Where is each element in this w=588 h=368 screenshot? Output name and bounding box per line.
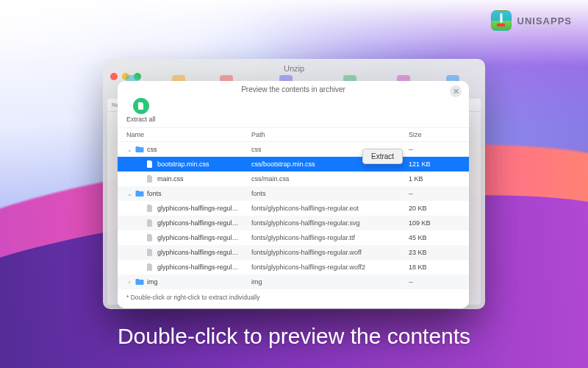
table-row[interactable]: main.csscss/main.css1 KB — [118, 171, 469, 186]
name-cell: ›img — [126, 277, 251, 286]
file-path: fonts/glyphicons-halflings-regular.woff2 — [251, 263, 409, 271]
dialog-toolbar: Extract all — [118, 96, 469, 127]
extract-all-button[interactable] — [133, 98, 149, 114]
file-name: glyphicons-halflings-regul… — [157, 234, 239, 241]
table-row[interactable]: ⌄csscss-- — [118, 142, 469, 157]
name-cell: main.css — [126, 174, 251, 183]
file-icon — [146, 174, 154, 183]
svg-rect-2 — [136, 191, 144, 197]
file-path: img — [251, 278, 409, 286]
table-row[interactable]: bootstrap.min.csscss/bootstrap.min.css12… — [118, 157, 469, 171]
file-name: img — [147, 278, 158, 286]
folder-icon — [135, 145, 144, 154]
column-header-path[interactable]: Path — [251, 131, 409, 138]
close-icon: ✕ — [453, 88, 459, 96]
name-cell: glyphicons-halflings-regul… — [126, 204, 251, 213]
table-row[interactable]: ›imgimg-- — [118, 275, 469, 289]
file-name: fonts — [147, 190, 162, 197]
file-size: -- — [409, 278, 460, 286]
svg-rect-5 — [136, 279, 140, 280]
table-row[interactable]: ⌄fontsfonts-- — [118, 186, 469, 201]
file-size: 18 KB — [409, 263, 460, 271]
file-path: fonts/glyphicons-halflings-regular.woff — [251, 249, 409, 256]
file-size: 1 KB — [409, 175, 460, 183]
folder-icon — [135, 189, 144, 198]
brand-logo-icon — [491, 10, 512, 31]
file-path: fonts/glyphicons-halflings-regular.ttf — [251, 234, 409, 241]
file-name: glyphicons-halflings-regul… — [157, 219, 239, 227]
folder-icon — [135, 277, 144, 286]
table-row[interactable]: glyphicons-halflings-regul…fonts/glyphic… — [118, 230, 469, 245]
file-icon — [146, 204, 154, 213]
file-icon — [146, 219, 154, 227]
file-name: glyphicons-halflings-regul… — [157, 205, 239, 212]
file-path: fonts/glyphicons-halflings-regular.svg — [251, 219, 409, 227]
file-name: glyphicons-halflings-regul… — [157, 263, 239, 271]
file-out-icon — [137, 102, 146, 110]
footer-note: * Double-click or right-click to extract… — [118, 289, 469, 308]
chevron-down-icon[interactable]: ⌄ — [126, 191, 132, 197]
file-size: 121 KB — [409, 160, 460, 168]
file-icon — [146, 233, 154, 242]
tagline: Double-click to preview the contents — [0, 324, 588, 349]
file-name: glyphicons-halflings-regul… — [157, 249, 239, 256]
file-name: main.css — [157, 175, 184, 183]
file-size: 45 KB — [409, 234, 460, 241]
file-icon — [146, 248, 154, 257]
name-cell: glyphicons-halflings-regul… — [126, 263, 251, 272]
table-body: ⌄csscss--bootstrap.min.csscss/bootstrap.… — [118, 142, 469, 289]
chevron-right-icon[interactable]: › — [126, 279, 132, 286]
file-path: css/main.css — [251, 175, 409, 183]
file-size: 23 KB — [409, 249, 460, 256]
dialog-title-text: Preview the contents in archiver — [241, 85, 345, 93]
chevron-down-icon[interactable]: ⌄ — [126, 146, 132, 153]
file-path: fonts/glyphicons-halflings-regular.eot — [251, 205, 409, 212]
table-row[interactable]: glyphicons-halflings-regul…fonts/glyphic… — [118, 245, 469, 260]
svg-rect-3 — [136, 191, 140, 192]
file-size: -- — [409, 146, 460, 153]
file-path: fonts — [251, 190, 409, 197]
table-row[interactable]: glyphicons-halflings-regul…fonts/glyphic… — [118, 201, 469, 216]
file-size: 20 KB — [409, 205, 460, 212]
column-header-size[interactable]: Size — [409, 131, 460, 138]
name-cell: glyphicons-halflings-regul… — [126, 219, 251, 227]
name-cell: glyphicons-halflings-regul… — [126, 248, 251, 257]
name-cell: bootstrap.min.css — [126, 160, 251, 169]
brand: UNISAPPS — [491, 10, 572, 31]
file-icon — [146, 263, 154, 272]
dialog-title: Preview the contents in archiver ✕ — [118, 81, 469, 96]
extract-all-label: Extract all — [126, 116, 156, 123]
file-size: 109 KB — [409, 219, 460, 227]
file-size: -- — [409, 190, 460, 197]
table-row[interactable]: glyphicons-halflings-regul…fonts/glyphic… — [118, 216, 469, 230]
svg-rect-0 — [136, 147, 144, 152]
window-title: Unzip — [103, 64, 485, 73]
context-menu-item-extract[interactable]: Extract — [371, 152, 394, 160]
file-icon — [146, 160, 154, 169]
name-cell: ⌄css — [126, 145, 251, 154]
column-header-name[interactable]: Name — [126, 131, 251, 138]
name-cell: glyphicons-halflings-regul… — [126, 233, 251, 242]
name-cell: ⌄fonts — [126, 189, 251, 198]
table-header: Name Path Size — [118, 127, 469, 142]
file-name: css — [147, 146, 157, 153]
table-row[interactable]: glyphicons-halflings-regul…fonts/glyphic… — [118, 260, 469, 275]
file-name: bootstrap.min.css — [157, 160, 209, 168]
brand-name: UNISAPPS — [517, 15, 572, 26]
svg-rect-1 — [136, 146, 140, 148]
context-menu[interactable]: Extract — [362, 149, 403, 164]
close-button[interactable]: ✕ — [450, 85, 462, 97]
svg-rect-4 — [136, 280, 144, 285]
preview-dialog: Preview the contents in archiver ✕ Extra… — [118, 81, 469, 308]
